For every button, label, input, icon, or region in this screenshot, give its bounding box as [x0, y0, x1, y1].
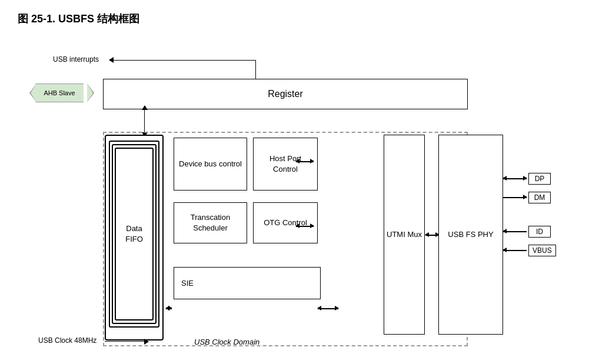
utmi-phy-left-head [425, 232, 429, 237]
host-port-control-box: Host Port Control [253, 138, 318, 191]
clock-48mhz-label: USB Clock 48MHz [38, 336, 96, 345]
vbus-arrow-in [503, 248, 507, 252]
page: 图 25-1. USBFS 结构框图 USB interrupts AHB Sl… [0, 0, 599, 364]
id-box: ID [528, 226, 551, 238]
ahb-body: AHB Slave [35, 84, 84, 102]
ahb-arrow-container: AHB Slave [29, 84, 94, 102]
usb-int-h-line [112, 60, 256, 61]
dp-line-left [503, 178, 515, 179]
otg-utmi-right-head [310, 223, 314, 228]
id-line [503, 231, 527, 232]
dp-arrow-out [523, 176, 527, 181]
otg-utmi-arrow [296, 226, 314, 227]
dp-line-right [515, 178, 527, 179]
usb-interrupts-label: USB interrupts [53, 55, 99, 64]
page-title: 图 25-1. USBFS 结构框图 [18, 12, 581, 26]
vbus-line [503, 250, 527, 251]
usb-fs-phy-block: USB FS PHY [438, 135, 503, 335]
otg-utmi-left-head [295, 223, 300, 228]
sie-left-arrow [166, 308, 172, 309]
dm-line [503, 197, 527, 198]
diagram-area: USB interrupts AHB Slave R [18, 44, 583, 355]
device-bus-control-box: Device bus control [174, 138, 247, 191]
dm-arrow-out [523, 195, 527, 199]
reg-to-inner-arrow [144, 109, 145, 133]
sie-utmi-right-head [335, 306, 339, 310]
host-utmi-arrow [296, 161, 314, 162]
sie-utmi-left-head [317, 306, 321, 310]
utmi-mux-block: UTMI Mux [384, 135, 425, 335]
clock-domain-label: USB Clock Domain [194, 338, 259, 346]
otg-control-box: OTG Control [253, 202, 318, 243]
id-arrow-in [503, 229, 507, 233]
dp-box: DP [528, 173, 551, 185]
vbus-box: VBUS [528, 245, 556, 256]
transcation-scheduler-box: Transcation Scheduler [174, 202, 247, 243]
id-signal-row: ID [503, 226, 551, 238]
clock-arrow [105, 341, 145, 342]
utmi-phy-arrow [425, 235, 439, 236]
sie-utmi-arrow [318, 308, 338, 309]
register-block: Register [103, 79, 468, 109]
sie-left-arrowhead-r [168, 306, 172, 310]
ahb-right-fill [87, 84, 93, 102]
dp-signal-row: DP [503, 173, 551, 185]
usb-int-arrowhead [109, 57, 114, 63]
data-fifo-label: DataFIFO [115, 148, 154, 320]
host-utmi-left-head [295, 159, 300, 163]
sie-box: SIE [174, 267, 321, 299]
dm-box: DM [528, 192, 551, 203]
dp-arrow-in [503, 176, 507, 181]
dm-signal-row: DM [503, 192, 551, 203]
host-utmi-right-head [310, 159, 314, 163]
vbus-signal-row: VBUS [503, 245, 556, 256]
data-fifo-block: DataFIFO [105, 135, 164, 340]
ahb-slave: AHB Slave [29, 84, 94, 102]
